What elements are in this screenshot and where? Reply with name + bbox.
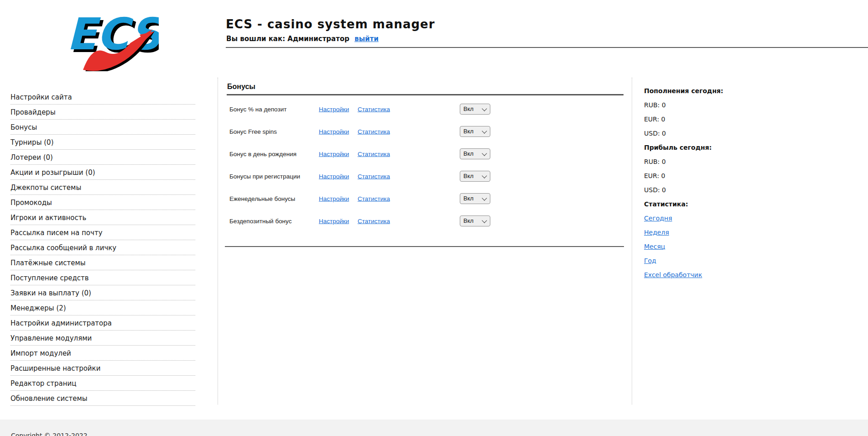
profit-rub: RUB: 0 [644, 156, 781, 170]
bonus-label: Бонус Free spins [229, 128, 277, 135]
stats-today-link[interactable]: Сегодня [644, 215, 672, 222]
sidebar-item-payout-requests[interactable]: Заявки на выплату (0) [10, 285, 195, 300]
bonus-state-select-wrap: Вкл [460, 126, 490, 137]
sidebar-item-admin-settings[interactable]: Настройки администратора [10, 315, 195, 331]
deposits-eur: EUR: 0 [644, 113, 781, 127]
bonus-label: Бонус в день рождения [229, 150, 296, 157]
bonus-state-select-wrap: Вкл [460, 193, 490, 204]
statistics-link[interactable]: Статистика [358, 105, 390, 112]
bonus-label: Бонусы при регистрации [229, 173, 300, 179]
settings-link[interactable]: Настройки [319, 150, 349, 157]
bonus-state-select[interactable]: Вкл [460, 104, 490, 115]
summary-panel: Пополнения сегодня: RUB: 0 EUR: 0 USD: 0… [644, 85, 781, 283]
bonus-state-select-wrap: Вкл [460, 171, 490, 182]
statistics-link[interactable]: Статистика [358, 217, 390, 224]
bonus-state-select[interactable]: Вкл [460, 148, 490, 159]
statistics-link[interactable]: Статистика [358, 128, 390, 135]
statistics-link[interactable]: Статистика [358, 150, 390, 157]
sidebar-item-bonuses[interactable]: Бонусы [10, 120, 195, 135]
sidebar-item-advanced[interactable]: Расширенные настройки [10, 361, 195, 376]
sidebar-item-module-control[interactable]: Управление модулями [10, 331, 195, 346]
footer: Copyright © 2012-2022 [0, 420, 868, 436]
statistics-title: Статистика: [644, 198, 781, 212]
header-divider [226, 47, 868, 48]
settings-link[interactable]: Настройки [319, 217, 349, 224]
sidebar-item-tournaments[interactable]: Турниры (0) [10, 135, 195, 150]
bonus-state-select-wrap: Вкл [460, 148, 490, 159]
section-title: Бонусы [227, 83, 255, 91]
bonus-state-select-wrap: Вкл [460, 104, 490, 115]
sidebar-item-email-mailing[interactable]: Рассылка писем на почту [10, 225, 195, 240]
bonus-row-registration: Бонусы при регистрации Настройки Статист… [227, 165, 624, 187]
section-bottom-rule [225, 246, 624, 247]
stats-week-link[interactable]: Неделя [644, 229, 669, 236]
bonus-list: Бонус % на депозит Настройки Статистика … [227, 98, 624, 232]
stats-excel-link[interactable]: Excel обработчик [644, 271, 702, 278]
bonus-state-select[interactable]: Вкл [460, 193, 490, 204]
sidebar-item-players[interactable]: Игроки и активность [10, 210, 195, 225]
page-title: ECS - casino system manager [226, 17, 435, 31]
content-rightpanel-divider [632, 78, 632, 404]
settings-link[interactable]: Настройки [319, 128, 349, 135]
bonus-row-no-deposit: Бездепозитный бонус Настройки Статистика… [227, 210, 624, 232]
sidebar-item-site-settings[interactable]: Настройки сайта [10, 89, 195, 105]
sidebar-item-pm-mailing[interactable]: Рассылка сообщений в личку [10, 240, 195, 255]
deposits-rub: RUB: 0 [644, 99, 781, 113]
sidebar-item-promocodes[interactable]: Промокоды [10, 195, 195, 210]
statistics-link[interactable]: Статистика [358, 195, 390, 202]
deposits-usd: USD: 0 [644, 127, 781, 142]
sidebar-item-managers[interactable]: Менеджеры (2) [10, 300, 195, 315]
bonus-state-select-wrap: Вкл [460, 215, 490, 226]
page: ECS ECS ECS - casino system manager Вы в… [0, 0, 868, 436]
profit-eur: EUR: 0 [644, 170, 781, 184]
login-status: Вы вошли как: Администратор выйти [226, 35, 379, 43]
settings-link[interactable]: Настройки [319, 173, 349, 179]
statistics-link[interactable]: Статистика [358, 173, 390, 179]
stats-year-link[interactable]: Год [644, 257, 656, 264]
deposits-today-title: Пополнения сегодня: [644, 85, 781, 99]
bonus-label: Бездепозитный бонус [229, 217, 291, 224]
sidebar-item-promotions[interactable]: Акции и розыгрыши (0) [10, 165, 195, 180]
bonus-state-select[interactable]: Вкл [460, 126, 490, 137]
sidebar-item-jackpots[interactable]: Джекпоты системы [10, 180, 195, 195]
sidebar-item-providers[interactable]: Провайдеры [10, 105, 195, 120]
bonus-label: Еженедельные бонусы [229, 195, 295, 202]
bonus-row-free-spins: Бонус Free spins Настройки Статистика Вк… [227, 120, 624, 142]
profit-today-title: Прибыль сегодня: [644, 142, 781, 156]
settings-link[interactable]: Настройки [319, 195, 349, 202]
section-top-rule [227, 94, 624, 95]
ecs-logo: ECS ECS [63, 6, 159, 71]
sidebar-item-incoming-funds[interactable]: Поступление средств [10, 270, 195, 285]
sidebar-menu: Настройки сайта Провайдеры Бонусы Турнир… [10, 89, 195, 406]
settings-link[interactable]: Настройки [319, 105, 349, 112]
copyright-text: Copyright © 2012-2022 [11, 432, 88, 436]
bonus-state-select[interactable]: Вкл [460, 215, 490, 226]
bonus-row-birthday: Бонус в день рождения Настройки Статисти… [227, 142, 624, 165]
sidebar-item-lotteries[interactable]: Лотереи (0) [10, 150, 195, 165]
sidebar-item-system-update[interactable]: Обновление системы [10, 391, 195, 406]
bonus-row-deposit-percent: Бонус % на депозит Настройки Статистика … [227, 98, 624, 120]
sidebar-content-divider [218, 78, 218, 404]
sidebar-item-module-import[interactable]: Импорт модулей [10, 346, 195, 361]
logout-link[interactable]: выйти [354, 35, 379, 43]
login-status-text: Вы вошли как: Администратор [226, 35, 349, 43]
sidebar-item-payment-systems[interactable]: Платёжные системы [10, 255, 195, 270]
profit-usd: USD: 0 [644, 184, 781, 198]
bonus-state-select[interactable]: Вкл [460, 171, 490, 182]
bonus-row-weekly: Еженедельные бонусы Настройки Статистика… [227, 187, 624, 210]
sidebar-item-page-editor[interactable]: Редактор страниц [10, 376, 195, 391]
stats-month-link[interactable]: Месяц [644, 243, 665, 250]
bonus-label: Бонус % на депозит [229, 105, 286, 112]
